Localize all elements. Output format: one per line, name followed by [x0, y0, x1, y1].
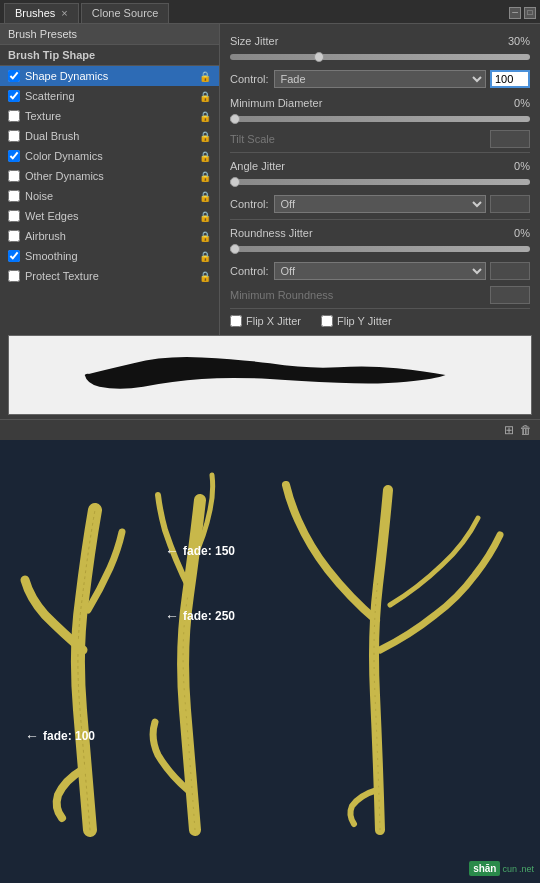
panel-icon-1[interactable]: ⊞ — [504, 423, 514, 437]
control-off-select1[interactable]: Off Fade Pen Pressure — [274, 195, 486, 213]
annotation-fade150: ← fade: 150 — [165, 543, 235, 559]
tab-brushes[interactable]: Brushes × — [4, 3, 79, 23]
shape-dynamics-lock: 🔒 — [199, 71, 211, 82]
sidebar-item-wet-edges[interactable]: Wet Edges 🔒 — [0, 206, 219, 226]
dual-brush-lock: 🔒 — [199, 131, 211, 142]
color-dynamics-label: Color Dynamics — [25, 150, 103, 162]
min-diameter-thumb[interactable] — [230, 114, 240, 124]
tilt-scale-row: Tilt Scale — [230, 130, 530, 148]
fade250-branch — [153, 475, 213, 830]
tab-clone-source[interactable]: Clone Source — [81, 3, 170, 23]
sidebar-item-other-dynamics[interactable]: Other Dynamics 🔒 — [0, 166, 219, 186]
size-jitter-row: Size Jitter 30% — [230, 32, 530, 50]
maximize-button[interactable]: □ — [524, 7, 536, 19]
demo-illustration — [10, 450, 530, 870]
min-diameter-slider[interactable] — [230, 116, 530, 122]
shape-dynamics-checkbox[interactable] — [8, 70, 20, 82]
control-off-label2: Control: — [230, 265, 269, 277]
texture-lock: 🔒 — [199, 111, 211, 122]
sidebar-item-dual-brush[interactable]: Dual Brush 🔒 — [0, 126, 219, 146]
roundness-jitter-value: 0% — [495, 227, 530, 239]
brush-stroke-svg — [9, 336, 531, 414]
noise-lock: 🔒 — [199, 191, 211, 202]
flip-x-label: Flip X Jitter — [246, 315, 301, 327]
sidebar-item-airbrush[interactable]: Airbrush 🔒 — [0, 226, 219, 246]
angle-jitter-thumb[interactable] — [230, 177, 240, 187]
size-jitter-value: 30% — [495, 35, 530, 47]
tilt-scale-input — [490, 130, 530, 148]
wet-edges-label: Wet Edges — [25, 210, 79, 222]
annotation-fade250: ← fade: 250 — [165, 608, 235, 624]
sidebar-item-smoothing[interactable]: Smoothing 🔒 — [0, 246, 219, 266]
smoothing-label: Smoothing — [25, 250, 78, 262]
color-dynamics-lock: 🔒 — [199, 151, 211, 162]
size-jitter-thumb[interactable] — [314, 52, 324, 62]
flip-y-checkbox[interactable] — [321, 315, 333, 327]
texture-label: Texture — [25, 110, 61, 122]
roundness-jitter-slider[interactable] — [230, 246, 530, 252]
sidebar-item-texture[interactable]: Texture 🔒 — [0, 106, 219, 126]
wet-edges-checkbox[interactable] — [8, 210, 20, 222]
close-brushes-tab[interactable]: × — [61, 7, 67, 19]
watermark: shān cun .net — [469, 861, 534, 876]
min-diameter-label: Minimum Diameter — [230, 97, 495, 109]
dual-brush-checkbox[interactable] — [8, 130, 20, 142]
airbrush-checkbox[interactable] — [8, 230, 20, 242]
min-roundness-row: Minimum Roundness — [230, 286, 530, 304]
divider2 — [230, 219, 530, 220]
fade150-branch — [286, 485, 500, 830]
control-fade-row: Control: Fade Off Pen Pressure — [230, 70, 530, 88]
minimize-button[interactable]: ─ — [509, 7, 521, 19]
watermark-logo: shān — [469, 861, 500, 876]
scattering-checkbox[interactable] — [8, 90, 20, 102]
texture-checkbox[interactable] — [8, 110, 20, 122]
sidebar-item-shape-dynamics[interactable]: Shape Dynamics 🔒 — [0, 66, 219, 86]
protect-texture-checkbox[interactable] — [8, 270, 20, 282]
angle-jitter-label: Angle Jitter — [230, 160, 495, 172]
sidebar-item-protect-texture[interactable]: Protect Texture 🔒 — [0, 266, 219, 286]
other-dynamics-checkbox[interactable] — [8, 170, 20, 182]
arrow-fade100: ← — [25, 728, 39, 744]
control-off-input2 — [490, 262, 530, 280]
control-fade-label: Control: — [230, 73, 269, 85]
control-fade-select[interactable]: Fade Off Pen Pressure — [274, 70, 486, 88]
scattering-label: Scattering — [25, 90, 75, 102]
control-off-label1: Control: — [230, 198, 269, 210]
other-dynamics-lock: 🔒 — [199, 171, 211, 182]
panel-icon-2[interactable]: 🗑 — [520, 423, 532, 437]
min-roundness-input — [490, 286, 530, 304]
divider3 — [230, 308, 530, 309]
roundness-jitter-thumb[interactable] — [230, 244, 240, 254]
sidebar-item-scattering[interactable]: Scattering 🔒 — [0, 86, 219, 106]
flip-checkboxes-row: Flip X Jitter Flip Y Jitter — [230, 315, 530, 327]
demo-canvas: ← fade: 150 ← fade: 250 ← fade: 100 — [10, 450, 530, 870]
min-diameter-value: 0% — [495, 97, 530, 109]
control-off-input1 — [490, 195, 530, 213]
angle-jitter-row: Angle Jitter 0% — [230, 157, 530, 175]
smoothing-checkbox[interactable] — [8, 250, 20, 262]
min-roundness-label: Minimum Roundness — [230, 289, 486, 301]
angle-jitter-value: 0% — [495, 160, 530, 172]
flip-x-checkbox[interactable] — [230, 315, 242, 327]
scattering-lock: 🔒 — [199, 91, 211, 102]
divider1 — [230, 152, 530, 153]
brush-presets-label: Brush Presets — [0, 24, 219, 45]
roundness-jitter-label: Roundness Jitter — [230, 227, 495, 239]
flip-y-item: Flip Y Jitter — [321, 315, 392, 327]
noise-label: Noise — [25, 190, 53, 202]
size-jitter-slider[interactable] — [230, 54, 530, 60]
airbrush-label: Airbrush — [25, 230, 66, 242]
angle-jitter-slider[interactable] — [230, 179, 530, 185]
control-off-select2[interactable]: Off Fade — [274, 262, 486, 280]
brush-preview — [8, 335, 532, 415]
control-fade-input[interactable] — [490, 70, 530, 88]
protect-texture-lock: 🔒 — [199, 271, 211, 282]
sidebar-item-color-dynamics[interactable]: Color Dynamics 🔒 — [0, 146, 219, 166]
sidebar-item-noise[interactable]: Noise 🔒 — [0, 186, 219, 206]
tilt-scale-label: Tilt Scale — [230, 133, 486, 145]
smoothing-lock: 🔒 — [199, 251, 211, 262]
dual-brush-label: Dual Brush — [25, 130, 79, 142]
arrow-fade150: ← — [165, 543, 179, 559]
noise-checkbox[interactable] — [8, 190, 20, 202]
color-dynamics-checkbox[interactable] — [8, 150, 20, 162]
